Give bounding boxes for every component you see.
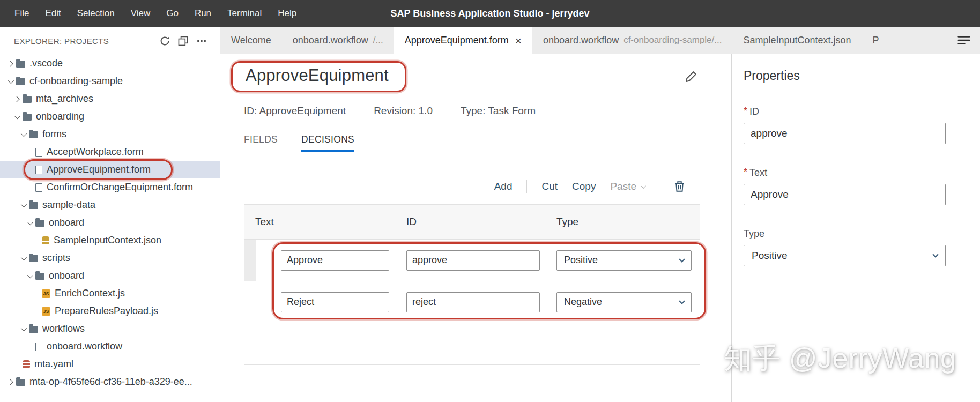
menu-edit[interactable]: Edit [37, 0, 69, 27]
chevron-down-icon[interactable] [18, 256, 28, 260]
menu-terminal[interactable]: Terminal [219, 0, 270, 27]
tree-item-sample-data[interactable]: sample-data [0, 196, 220, 214]
form-id: ID: ApproveEquipment [244, 105, 346, 117]
menu-run[interactable]: Run [187, 0, 219, 27]
tree-item-sampleinputcontext-json[interactable]: SampleInputContext.json [0, 232, 220, 249]
file-icon [35, 148, 42, 157]
label-text: ID [749, 106, 759, 117]
chevron-down-icon[interactable] [25, 221, 34, 225]
edit-icon[interactable] [685, 71, 697, 83]
type-select-value: Negative [564, 296, 602, 308]
tree-item-onboard[interactable]: onboard [0, 214, 220, 232]
type-select[interactable]: Negative [556, 292, 692, 312]
table-toolbar: Add Cut Copy Paste [244, 180, 700, 193]
field-text: *Text [744, 167, 946, 205]
row-selector[interactable] [244, 240, 256, 281]
tree-item-onboard[interactable]: onboard [0, 267, 220, 285]
tree-item-workflows[interactable]: workflows [0, 320, 220, 338]
type-select[interactable]: Positive [744, 245, 946, 266]
chevron-right-icon[interactable] [12, 97, 21, 101]
cell-id [398, 240, 548, 281]
cell-id [398, 365, 548, 402]
tree-item-onboarding[interactable]: onboarding [0, 108, 220, 125]
tree-item-scripts[interactable]: scripts [0, 249, 220, 267]
tab-approveequipment-form[interactable]: ApproveEquipment.form× [394, 27, 532, 54]
tab-sampleinputcontext-json[interactable]: SampleInputContext.json [732, 27, 862, 54]
field-label: *ID [744, 106, 946, 117]
chevron-down-icon[interactable] [5, 79, 15, 84]
table-row: Negative [244, 281, 700, 323]
cell-type: Negative [548, 281, 700, 323]
copy-button[interactable]: Copy [572, 181, 596, 192]
chevron-down-icon[interactable] [18, 327, 28, 331]
row-selector[interactable] [244, 323, 256, 364]
id-input[interactable] [406, 250, 540, 271]
tree-item-label: onboard [49, 217, 84, 228]
tree-item-forms[interactable]: forms [0, 125, 220, 143]
editors-list-icon[interactable] [948, 27, 980, 54]
properties-panel: Properties *ID*TextTypePositive [731, 54, 980, 402]
cut-button[interactable]: Cut [541, 181, 558, 192]
tree-item-onboard-workflow[interactable]: onboard.workflow [0, 338, 220, 355]
id-input[interactable] [406, 292, 540, 312]
delete-icon[interactable] [674, 181, 685, 192]
menu-help[interactable]: Help [270, 0, 305, 27]
row-selector[interactable] [244, 281, 256, 323]
field-type: TypePositive [744, 228, 946, 266]
table-row [244, 365, 700, 402]
menu-go[interactable]: Go [158, 0, 187, 27]
chevron-down-icon [641, 183, 646, 189]
row-selector[interactable] [244, 365, 256, 402]
folder-icon [35, 273, 44, 280]
text-input[interactable] [281, 250, 389, 271]
tab-label: P [873, 35, 879, 46]
tree-item-approveequipment-form[interactable]: ApproveEquipment.form [0, 161, 220, 178]
cell-type [548, 323, 700, 364]
tree-item-acceptworkplace-form[interactable]: AcceptWorkplace.form [0, 143, 220, 161]
tree-item-mta-archives[interactable]: mta_archives [0, 90, 220, 108]
chevron-down-icon[interactable] [25, 274, 34, 278]
collapse-folders-icon[interactable] [178, 36, 188, 46]
cell-text [256, 323, 398, 364]
tab-p[interactable]: P [862, 27, 890, 54]
type-select[interactable]: Positive [556, 250, 692, 271]
chevron-down-icon[interactable] [18, 132, 28, 137]
chevron-right-icon[interactable] [5, 380, 15, 384]
tab-onboard-workflow[interactable]: onboard.workflowcf-onboarding-sample/... [532, 27, 732, 54]
tab-fields[interactable]: FIELDS [244, 134, 278, 152]
chevron-right-icon[interactable] [5, 62, 15, 66]
tree-item-mta-yaml[interactable]: mta.yaml [0, 355, 220, 373]
menu-file[interactable]: File [6, 0, 37, 27]
explorer-header: EXPLORER: PROJECTS [0, 27, 220, 55]
tree-item-vscode[interactable]: .vscode [0, 55, 220, 72]
tab-onboard-workflow[interactable]: onboard.workflow/... [282, 27, 394, 54]
explorer-title: EXPLORER: PROJECTS [14, 36, 109, 46]
paste-button[interactable]: Paste [610, 181, 644, 192]
chevron-down-icon[interactable] [12, 115, 21, 119]
folder-icon [16, 61, 25, 68]
tree-item-confirmorchangeequipment-form[interactable]: ConfirmOrChangeEquipment.form [0, 178, 220, 196]
tree-item-preparerulespayload-js[interactable]: JSPrepareRulesPayload.js [0, 302, 220, 320]
tree-item-mta-op-4f65fe6d-cf36-11eb-a329-ee[interactable]: mta-op-4f65fe6d-cf36-11eb-a329-ee... [0, 373, 220, 391]
tab-decisions[interactable]: DECISIONS [301, 134, 354, 152]
text-input[interactable] [744, 184, 946, 205]
form-meta: ID: ApproveEquipment Revision: 1.0 Type:… [244, 105, 700, 117]
chevron-down-icon[interactable] [18, 203, 28, 207]
tree-item-cf-onboarding-sample[interactable]: cf-onboarding-sample [0, 72, 220, 90]
more-actions-icon[interactable] [196, 36, 207, 46]
text-input[interactable] [281, 292, 389, 312]
menu-selection[interactable]: Selection [69, 0, 123, 27]
form-revision: Revision: 1.0 [374, 105, 433, 117]
folder-icon [23, 96, 32, 103]
tree-item-label: onboarding [36, 111, 84, 122]
tree-item-label: AcceptWorkplace.form [47, 146, 144, 158]
close-icon[interactable]: × [515, 35, 522, 46]
tree-item-enrichcontext-js[interactable]: JSEnrichContext.js [0, 285, 220, 302]
tab-welcome[interactable]: Welcome [220, 27, 282, 54]
annotation-title-circle: ApproveEquipment [231, 61, 406, 92]
menu-view[interactable]: View [123, 0, 159, 27]
refresh-icon[interactable] [160, 36, 170, 46]
add-button[interactable]: Add [494, 181, 513, 192]
tab-label: onboard.workflow [543, 35, 619, 46]
id-input[interactable] [744, 123, 946, 144]
